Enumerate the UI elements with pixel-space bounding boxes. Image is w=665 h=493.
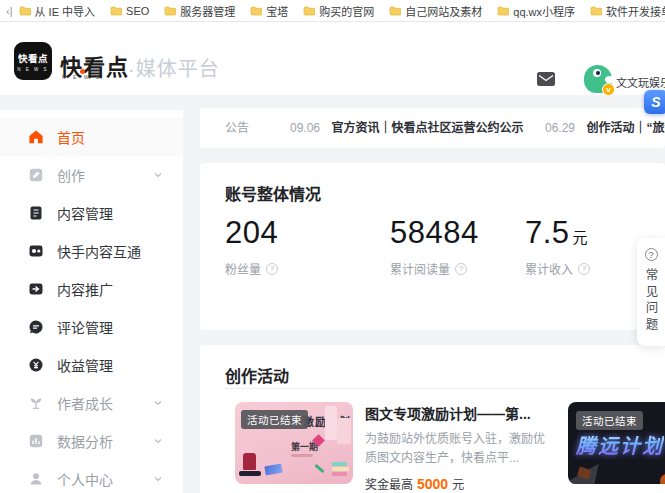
folder-icon: [110, 6, 122, 16]
folder-icon: [389, 6, 401, 16]
username-label[interactable]: 文文玩娱乐: [616, 74, 665, 90]
stat-unit: 元: [573, 229, 588, 246]
browser-extension-icon[interactable]: S: [644, 90, 665, 114]
document-icon: [28, 205, 44, 221]
decor-book-stack: [332, 472, 347, 476]
activity-title: 图文专项激励计划——第...: [365, 403, 545, 423]
decor-book-stack: [332, 467, 349, 471]
bookmark-label: 自己网站及素材: [405, 3, 482, 19]
help-circle-icon[interactable]: ?: [266, 263, 278, 275]
sidebar-item-personal-center[interactable]: 个人中心: [0, 460, 183, 493]
bookmark-label: 软件开发接单: [606, 3, 665, 19]
chevron-down-icon: [153, 170, 163, 180]
folder-icon: [497, 6, 509, 16]
sidebar-item-content-promotion[interactable]: 内容推广: [0, 270, 183, 308]
sidebar-item-author-growth[interactable]: 作者成长: [0, 384, 183, 422]
section-divider: [225, 388, 640, 389]
stat-total-reads: 58484 累计阅读量 ?: [390, 215, 482, 277]
chevron-down-icon: [153, 436, 163, 446]
decor-pencil: [314, 464, 324, 473]
bookmark-item[interactable]: 从 IE 中导入: [19, 3, 96, 19]
sidebar-item-label: 创作: [57, 165, 85, 185]
folder-icon: [19, 6, 31, 16]
app-header: 快看点 N E W S 快看点 N E W S ·媒体平台 v 文文玩娱乐 S: [0, 22, 665, 95]
brand-subtext: N E W S: [62, 74, 102, 80]
announcement-item[interactable]: 09.06 官方资讯｜快看点社区运营公约公示: [290, 108, 523, 148]
bookmark-label: 服务器管理: [180, 3, 235, 19]
announcement-label: 公告: [225, 108, 249, 148]
sidebar-item-home[interactable]: 首页: [0, 118, 183, 156]
activities-section-title: 创作活动: [225, 363, 289, 387]
activity-thumbnail-incentive-plan[interactable]: 活动已结束 激励计划 第一期: [235, 402, 353, 484]
folder-icon: [164, 6, 176, 16]
faq-floating-widget[interactable]: ? 常见问题: [637, 238, 665, 346]
bookmark-item[interactable]: 自己网站及素材: [389, 3, 482, 19]
bookmark-label: 宝塔: [266, 3, 288, 19]
decor-figure: [243, 453, 256, 470]
sidebar-item-comment-management[interactable]: 评论管理: [0, 308, 183, 346]
decor-book-stack: [332, 462, 347, 466]
sidebar-item-label: 作者成长: [57, 393, 113, 413]
bookmark-label: qq.wx小程序: [513, 3, 575, 19]
bookmark-item[interactable]: 宝塔: [250, 3, 288, 19]
announcement-item[interactable]: 06.29 创作活动｜“旅游: [545, 108, 665, 148]
bookmarks-scroll-left-icon[interactable]: ‹|: [6, 5, 13, 17]
sidebar-item-content-management[interactable]: 内容管理: [0, 194, 183, 232]
question-circle-icon: ?: [645, 248, 658, 261]
comment-icon: [28, 319, 44, 335]
logo-text: 快看点: [18, 51, 48, 65]
sidebar-nav: 首页 创作 内容管理 快手内容互通 内容推广 评论管理 收益管理 作者成长 数据…: [0, 110, 183, 493]
account-overview-card: 账号整体情况 204 粉丝量 ? 58484 累计阅读量 ? 7.5元 累计收入…: [200, 163, 665, 330]
sidebar-item-label: 首页: [57, 127, 85, 147]
faq-label: 常见问题: [642, 268, 661, 334]
bookmark-item[interactable]: 购买的官网: [303, 3, 374, 19]
activity-thumbnail-tengyuan-plan[interactable]: 活动已结束 腾远计划: [568, 402, 665, 484]
bookmark-label: SEO: [126, 5, 149, 17]
creation-activities-card: 创作活动 活动已结束 激励计划 第一期 图文专项激励计划——第... 为鼓励站外…: [200, 345, 665, 493]
platform-label: ·媒体平台: [128, 53, 220, 82]
bar-chart-icon: [28, 433, 44, 449]
sidebar-item-label: 内容管理: [57, 203, 113, 223]
mail-icon[interactable]: [537, 72, 555, 86]
folder-icon: [303, 6, 315, 16]
sprout-icon: [28, 395, 44, 411]
reward-amount: 5000: [417, 476, 448, 492]
help-circle-icon[interactable]: ?: [578, 263, 590, 275]
sidebar-item-create[interactable]: 创作: [0, 156, 183, 194]
app-logo-icon[interactable]: 快看点 N E W S: [14, 42, 52, 80]
home-icon: [28, 129, 44, 145]
announcement-bar: 公告 09.06 官方资讯｜快看点社区运营公约公示 06.29 创作活动｜“旅游: [200, 108, 665, 148]
sidebar-item-data-analytics[interactable]: 数据分析: [0, 422, 183, 460]
folder-icon: [250, 6, 262, 16]
bookmark-item[interactable]: 软件开发接单: [590, 3, 665, 19]
stat-label: 粉丝量: [225, 260, 261, 277]
stat-label: 累计阅读量: [390, 260, 450, 277]
arrow-right-icon: [28, 281, 44, 297]
activity-info[interactable]: 图文专项激励计划——第... 为鼓励站外优质账号入驻，激励优质图文内容生产，快看…: [365, 402, 545, 492]
sidebar-item-kuaishou-sync[interactable]: 快手内容互通: [0, 232, 183, 270]
money-icon: [28, 357, 44, 373]
stat-value: 7.5: [525, 215, 570, 250]
bookmark-item[interactable]: qq.wx小程序: [497, 3, 575, 19]
activity-status-badge: 活动已结束: [576, 411, 643, 430]
chevron-down-icon: [153, 398, 163, 408]
stat-value: 58484: [390, 215, 479, 250]
decor-base: [239, 471, 261, 476]
user-avatar[interactable]: v: [584, 65, 612, 93]
reward-prefix: 奖金最高: [365, 475, 413, 492]
announcement-text: 创作活动｜“旅游: [586, 121, 665, 135]
bookmark-item[interactable]: 服务器管理: [164, 3, 235, 19]
activity-status-badge: 活动已结束: [241, 410, 308, 429]
activity-description: 为鼓励站外优质账号入驻，激励优质图文内容生产，快看点平...: [365, 430, 545, 468]
sidebar-item-label: 个人中心: [57, 469, 113, 489]
stat-value: 204: [225, 215, 278, 250]
sidebar-item-label: 收益管理: [57, 355, 113, 375]
sidebar-item-revenue-management[interactable]: 收益管理: [0, 346, 183, 384]
browser-bookmarks-bar: ‹| 从 IE 中导入 SEO 服务器管理 宝塔 购买的官网 自己网站及素材 q…: [0, 0, 665, 22]
bookmark-item[interactable]: SEO: [110, 5, 149, 17]
thumbnail-dates-decor: [291, 454, 313, 457]
account-overview-title: 账号整体情况: [225, 181, 321, 205]
announcement-date: 06.29: [545, 121, 575, 135]
avatar-mouth: [605, 76, 614, 83]
help-circle-icon[interactable]: ?: [455, 263, 467, 275]
